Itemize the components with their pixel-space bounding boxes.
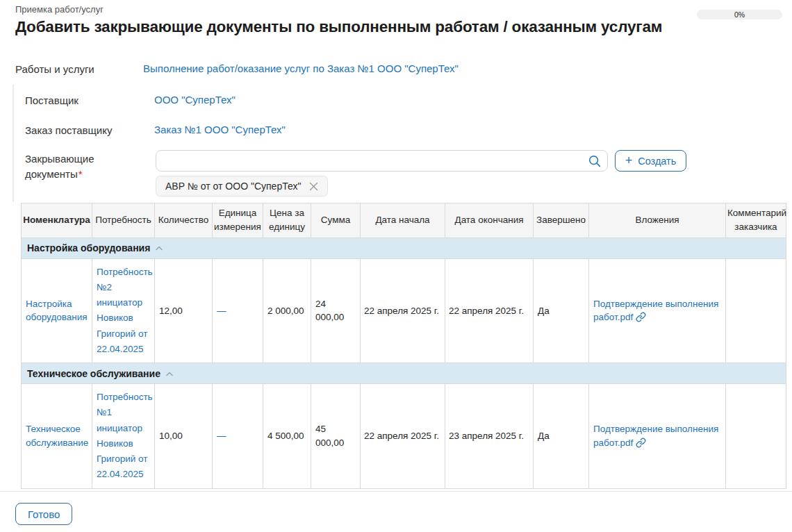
- chevron-up-icon[interactable]: [166, 367, 173, 379]
- supplier-order-label: Заказ поставщику: [25, 124, 112, 136]
- col-header-nomenclature: Номенклатура: [22, 203, 92, 238]
- attachment-link[interactable]: Подтверждение выполнения работ.pdf: [593, 424, 718, 448]
- quantity-cell: 10,00: [155, 384, 213, 489]
- date-end-cell: 23 апреля 2025 г.: [445, 384, 534, 489]
- page-title: Добавить закрывающие документы по выполн…: [15, 18, 662, 36]
- footer-divider: [0, 491, 792, 492]
- works-services-link[interactable]: Выполнение работ/оказание услуг по Заказ…: [143, 63, 459, 74]
- col-header-need: Потребность: [92, 203, 155, 238]
- closing-documents-search: [156, 150, 608, 172]
- group-row-maintenance[interactable]: Техническое обслуживание: [22, 363, 786, 384]
- breadcrumb[interactable]: Приемка работ/услуг: [15, 4, 104, 15]
- attachment-name: Подтверждение выполнения работ.pdf: [593, 299, 718, 323]
- col-header-sum: Сумма: [311, 203, 361, 238]
- need-link[interactable]: Потребность №1 инициатор Новиков Григори…: [97, 392, 153, 479]
- date-start-cell: 22 апреля 2025 г.: [361, 258, 445, 363]
- col-header-completed: Завершено: [534, 203, 589, 238]
- col-header-price: Цена за единицу: [263, 203, 311, 238]
- closing-documents-label-text: Закрывающие документы: [25, 153, 94, 180]
- nomenclature-link[interactable]: Настройка оборудования: [26, 299, 88, 323]
- quantity-cell: 12,00: [155, 258, 213, 363]
- works-services-label: Работы и услуги: [15, 63, 94, 75]
- field-group-line: [13, 84, 14, 202]
- closing-documents-search-input[interactable]: [156, 150, 608, 172]
- supplier-label: Поставщик: [25, 94, 79, 106]
- supplier-order-link[interactable]: Заказ №1 ООО "СуперТех": [154, 124, 286, 135]
- group-title: Техническое обслуживание: [27, 368, 160, 379]
- table-row: Техническое обслуживание Потребность №1 …: [22, 384, 786, 489]
- completed-cell: Да: [534, 258, 589, 363]
- supplier-link[interactable]: ООО "СуперТех": [154, 94, 236, 106]
- col-header-attachments: Вложения: [589, 203, 726, 238]
- plus-icon: +: [625, 154, 633, 167]
- col-header-quantity: Количество: [155, 203, 213, 238]
- col-header-date-start: Дата начала: [361, 203, 445, 238]
- nomenclature-link[interactable]: Техническое обслуживание: [26, 424, 88, 448]
- done-button[interactable]: Готово: [15, 503, 72, 525]
- sum-cell: 24 000,00: [311, 258, 361, 363]
- completed-cell: Да: [534, 384, 589, 489]
- price-cell: 2 000,00: [263, 258, 311, 363]
- customer-comment-cell: [726, 384, 786, 489]
- col-header-customer-comment: Комментарий заказчика: [726, 203, 786, 238]
- group-title: Настройка оборудования: [27, 242, 150, 253]
- date-end-cell: 22 апреля 2025 г.: [445, 258, 534, 363]
- closing-documents-label: Закрывающие документы*: [25, 151, 112, 182]
- line-items-table: Номенклатура Потребность Количество Един…: [21, 203, 786, 489]
- create-button[interactable]: + Создать: [615, 150, 686, 172]
- price-cell: 4 500,00: [263, 384, 311, 489]
- need-link[interactable]: Потребность №2 инициатор Новиков Григори…: [97, 267, 153, 354]
- unit-dash: —: [217, 306, 226, 316]
- link-icon: [636, 438, 646, 448]
- create-button-label: Создать: [638, 156, 676, 167]
- document-tag-chip: АВР № от от ООО "СуперТех": [156, 176, 328, 197]
- required-asterisk: *: [79, 168, 83, 180]
- col-header-date-end: Дата окончания: [445, 203, 534, 238]
- attachment-link[interactable]: Подтверждение выполнения работ.pdf: [593, 299, 718, 323]
- col-header-unit: Единица измерения: [213, 203, 263, 238]
- table-row: Настройка оборудования Потребность №2 ин…: [22, 258, 786, 363]
- progress-bar: 0%: [697, 10, 782, 19]
- link-icon: [636, 312, 646, 322]
- document-tag-label: АВР № от от ООО "СуперТех": [165, 181, 301, 192]
- unit-dash: —: [217, 431, 226, 441]
- close-icon[interactable]: [309, 182, 318, 191]
- search-icon[interactable]: [588, 154, 602, 171]
- table-header-row: Номенклатура Потребность Количество Един…: [22, 203, 786, 238]
- customer-comment-cell: [726, 258, 786, 363]
- group-row-equipment-setup[interactable]: Настройка оборудования: [22, 238, 786, 258]
- chevron-up-icon[interactable]: [156, 242, 163, 253]
- date-start-cell: 22 апреля 2025 г.: [361, 384, 445, 489]
- attachment-name: Подтверждение выполнения работ.pdf: [593, 424, 718, 448]
- sum-cell: 45 000,00: [311, 384, 361, 489]
